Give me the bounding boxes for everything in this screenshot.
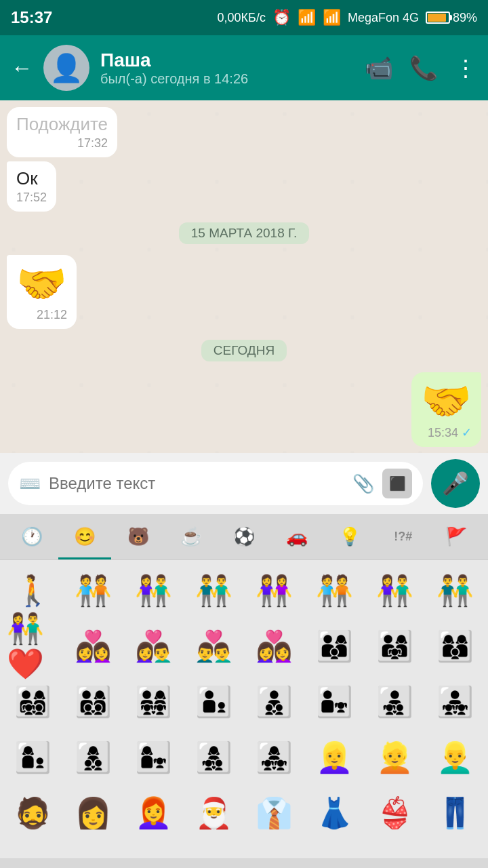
emoji-item[interactable]: 👩‍🦰 (127, 787, 180, 840)
contact-avatar[interactable]: 👤 (43, 45, 89, 91)
video-call-button[interactable]: 📹 (365, 54, 393, 81)
emoji-item[interactable]: 👨‍👦‍👦 (248, 675, 301, 728)
message-row: 🤝 21:12 (7, 255, 481, 329)
msg-time: 17:52 (16, 191, 47, 205)
tab-symbols[interactable]: !?# (377, 514, 430, 559)
emoji-item[interactable]: 👭 (248, 564, 301, 617)
message-bubble: Ок 17:52 (7, 161, 56, 212)
emoji-item[interactable]: 👨‍👩‍👦 (308, 620, 361, 673)
back-button[interactable]: ← (11, 56, 33, 81)
date-badge: 15 МАРТА 2018 Г. (179, 222, 309, 244)
emoji-item[interactable]: 👩‍❤️‍👩 (67, 620, 120, 673)
tab-flags[interactable]: 🚩 (430, 514, 483, 559)
contact-status: был(-а) сегодня в 14:26 (100, 71, 354, 87)
emoji-row: 🧔 👩 👩‍🦰 🎅 👔 👗 👙 👖 (3, 787, 485, 840)
emoji-item[interactable]: 🎅 (188, 787, 241, 840)
emoji-grid: 🚶 🧑‍🤝‍🧑 👫 👬 👭 🧑‍🤝‍🧑 👫 👬 👫❤️ 👩‍❤️‍👩 👨‍❤️‍… (0, 560, 488, 859)
emoji-item[interactable]: 🚶 (7, 564, 60, 617)
camera-button[interactable]: ⬛ (382, 469, 412, 498)
emoji-item[interactable]: 👫 (127, 564, 180, 617)
contact-name: Паша (100, 50, 354, 71)
battery-fill (428, 14, 446, 22)
keyboard-bottom-bar: 🔍 😊 GIF ⌫ (0, 859, 488, 868)
tab-travel[interactable]: 🚗 (270, 514, 323, 559)
emoji-item[interactable]: 👨‍👧 (308, 675, 361, 728)
tab-sports[interactable]: ⚽ (218, 514, 270, 559)
message-bubble: 🤝 15:34 ✓ (411, 372, 481, 447)
emoji-item[interactable]: 🧑‍🤝‍🧑 (308, 564, 361, 617)
attach-button[interactable]: 📎 (352, 473, 374, 494)
emoji-item[interactable]: 👗 (308, 787, 361, 840)
emoji-item[interactable]: 👩‍👦‍👦 (67, 731, 120, 784)
tab-recent[interactable]: 🕐 (5, 514, 58, 559)
emoji-item[interactable]: 👫❤️ (7, 620, 60, 673)
emoji-item[interactable]: 👔 (248, 787, 301, 840)
battery-percent: 89% (453, 11, 477, 25)
emoji-item[interactable]: 👩‍👧‍👦 (188, 731, 241, 784)
message-bubble: 🤝 21:12 (7, 255, 77, 329)
message-list: Подождите 17:32 Ок 17:52 15 МАРТА 2018 Г… (7, 107, 481, 447)
emoji-item[interactable]: 👖 (429, 787, 482, 840)
emoji-item[interactable]: 🧑‍🤝‍🧑 (67, 564, 120, 617)
emoji-item[interactable]: 👩‍👩‍👦 (429, 620, 482, 673)
emoji-item[interactable]: 👨‍❤️‍👩 (127, 620, 180, 673)
mic-icon: 🎤 (442, 471, 469, 496)
emoji-item[interactable]: 👩‍👧 (127, 731, 180, 784)
wifi-icon: 📶 (298, 9, 316, 26)
emoji-item[interactable]: 🧔 (7, 787, 60, 840)
network-speed: 0,00КБ/с (218, 11, 266, 25)
emoji-item[interactable]: 👙 (369, 787, 422, 840)
emoji-message: 🤝 (16, 261, 67, 307)
emoji-message: 🤝 (421, 378, 472, 424)
emoji-item[interactable]: 👨‍👧‍👧 (429, 675, 482, 728)
emoji-item[interactable]: 👫 (369, 564, 422, 617)
mic-button[interactable]: 🎤 (431, 459, 480, 508)
emoji-item[interactable]: 👨‍👧‍👦 (369, 675, 422, 728)
voice-call-button[interactable]: 📞 (409, 54, 438, 81)
emoji-row: 👨‍👩‍👧‍👦 👨‍👩‍👦‍👦 👨‍👩‍👧‍👧 👨‍👦 👨‍👦‍👦 👨‍👧 👨‍… (3, 675, 485, 728)
emoji-item[interactable]: 👨‍👦 (188, 675, 241, 728)
emoji-item[interactable]: 👱‍♂️ (429, 731, 482, 784)
msg-time: 21:12 (37, 308, 67, 322)
status-bar-left: 15:37 (11, 8, 52, 27)
message-row: Подождите 17:32 (7, 107, 481, 157)
status-bar-right: 0,00КБ/с ⏰ 📶 📶 MegaFon 4G 89% (218, 9, 477, 26)
more-options-button[interactable]: ⋮ (454, 54, 477, 81)
clock-icon: ⏰ (272, 9, 291, 26)
keyboard-toggle-icon[interactable]: ⌨️ (19, 473, 41, 494)
tab-animals[interactable]: 🐻 (111, 514, 164, 559)
emoji-item[interactable]: 👩‍👦 (7, 731, 60, 784)
status-bar: 15:37 0,00КБ/с ⏰ 📶 📶 MegaFon 4G 89% (0, 0, 488, 35)
message-text: Ок (16, 168, 38, 189)
partial-message: Подождите 17:32 (7, 107, 117, 157)
text-input-wrapper[interactable]: ⌨️ 📎 ⬛ (8, 462, 423, 505)
camera-icon: ⬛ (389, 475, 406, 492)
tab-food[interactable]: ☕ (165, 514, 218, 559)
emoji-item[interactable]: 👱 (369, 731, 422, 784)
emoji-row: 👫❤️ 👩‍❤️‍👩 👨‍❤️‍👩 👨‍❤️‍👨 👩‍❤️‍👩 👨‍👩‍👦 👨‍… (3, 620, 485, 673)
tab-smileys[interactable]: 😊 (58, 514, 111, 559)
emoji-item[interactable]: 👨‍👩‍👦‍👦 (67, 675, 120, 728)
tab-objects[interactable]: 💡 (323, 514, 376, 559)
emoji-item[interactable]: 👨‍❤️‍👨 (188, 620, 241, 673)
date-separator: СЕГОДНЯ (7, 333, 481, 368)
emoji-item[interactable]: 👩‍👧‍👧 (248, 731, 301, 784)
emoji-item[interactable]: 👨‍👩‍👧 (369, 620, 422, 673)
emoji-item[interactable]: 👨‍👩‍👧‍👦 (7, 675, 60, 728)
emoji-item[interactable]: 👬 (429, 564, 482, 617)
contact-info: Паша был(-а) сегодня в 14:26 (100, 50, 354, 87)
battery-indicator: 89% (426, 11, 477, 25)
msg-time: 17:32 (77, 136, 108, 151)
emoji-item[interactable]: 👬 (188, 564, 241, 617)
message-input[interactable] (49, 474, 344, 493)
partial-text: Подождите (16, 114, 108, 134)
chat-area: Подождите 17:32 Ок 17:52 15 МАРТА 2018 Г… (0, 100, 488, 453)
emoji-item[interactable]: 👩 (67, 787, 120, 840)
emoji-item[interactable]: 👩‍❤️‍👩 (248, 620, 301, 673)
message-row: 🤝 15:34 ✓ (7, 372, 481, 447)
input-bar: ⌨️ 📎 ⬛ 🎤 (0, 453, 488, 514)
emoji-item[interactable]: 👨‍👩‍👧‍👧 (127, 675, 180, 728)
chat-header: ← 👤 Паша был(-а) сегодня в 14:26 📹 📞 ⋮ (0, 35, 488, 100)
emoji-row: 👩‍👦 👩‍👦‍👦 👩‍👧 👩‍👧‍👦 👩‍👧‍👧 👱‍♀️ 👱 👱‍♂️ (3, 731, 485, 784)
emoji-item[interactable]: 👱‍♀️ (308, 731, 361, 784)
